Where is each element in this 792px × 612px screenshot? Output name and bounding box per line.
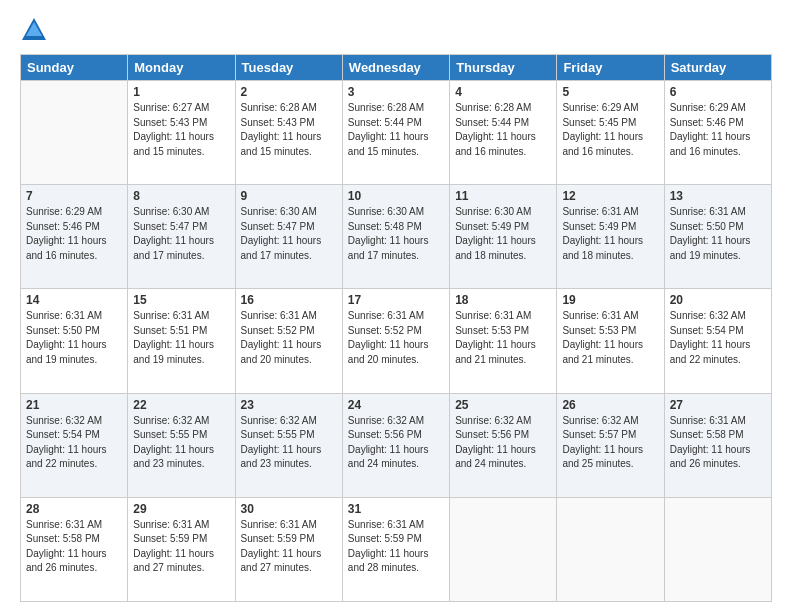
daylight-text: Daylight: 11 hours and 16 minutes. xyxy=(562,130,658,159)
daylight-text: Daylight: 11 hours and 17 minutes. xyxy=(241,234,337,263)
sunset-text: Sunset: 5:53 PM xyxy=(455,324,551,339)
sunrise-text: Sunrise: 6:31 AM xyxy=(26,309,122,324)
sunrise-text: Sunrise: 6:31 AM xyxy=(241,309,337,324)
sunset-text: Sunset: 5:58 PM xyxy=(26,532,122,547)
week-row-1: 7Sunrise: 6:29 AMSunset: 5:46 PMDaylight… xyxy=(21,185,772,289)
day-number: 27 xyxy=(670,398,766,412)
header-cell-monday: Monday xyxy=(128,55,235,81)
sunset-text: Sunset: 5:56 PM xyxy=(455,428,551,443)
sunset-text: Sunset: 5:43 PM xyxy=(133,116,229,131)
day-info: Sunrise: 6:31 AMSunset: 5:52 PMDaylight:… xyxy=(348,309,444,367)
sunrise-text: Sunrise: 6:31 AM xyxy=(348,309,444,324)
sunrise-text: Sunrise: 6:31 AM xyxy=(455,309,551,324)
header-cell-friday: Friday xyxy=(557,55,664,81)
day-number: 25 xyxy=(455,398,551,412)
daylight-text: Daylight: 11 hours and 17 minutes. xyxy=(133,234,229,263)
day-cell: 10Sunrise: 6:30 AMSunset: 5:48 PMDayligh… xyxy=(342,185,449,289)
day-number: 12 xyxy=(562,189,658,203)
sunrise-text: Sunrise: 6:28 AM xyxy=(241,101,337,116)
day-cell: 11Sunrise: 6:30 AMSunset: 5:49 PMDayligh… xyxy=(450,185,557,289)
day-number: 4 xyxy=(455,85,551,99)
day-number: 1 xyxy=(133,85,229,99)
header-cell-wednesday: Wednesday xyxy=(342,55,449,81)
daylight-text: Daylight: 11 hours and 24 minutes. xyxy=(348,443,444,472)
day-number: 5 xyxy=(562,85,658,99)
sunrise-text: Sunrise: 6:31 AM xyxy=(348,518,444,533)
week-row-3: 21Sunrise: 6:32 AMSunset: 5:54 PMDayligh… xyxy=(21,393,772,497)
day-cell: 8Sunrise: 6:30 AMSunset: 5:47 PMDaylight… xyxy=(128,185,235,289)
day-info: Sunrise: 6:32 AMSunset: 5:56 PMDaylight:… xyxy=(348,414,444,472)
header-cell-thursday: Thursday xyxy=(450,55,557,81)
sunrise-text: Sunrise: 6:31 AM xyxy=(241,518,337,533)
day-number: 14 xyxy=(26,293,122,307)
day-cell xyxy=(21,81,128,185)
day-info: Sunrise: 6:31 AMSunset: 5:59 PMDaylight:… xyxy=(241,518,337,576)
day-cell xyxy=(557,497,664,601)
daylight-text: Daylight: 11 hours and 15 minutes. xyxy=(133,130,229,159)
day-info: Sunrise: 6:30 AMSunset: 5:47 PMDaylight:… xyxy=(241,205,337,263)
sunset-text: Sunset: 5:48 PM xyxy=(348,220,444,235)
day-cell: 4Sunrise: 6:28 AMSunset: 5:44 PMDaylight… xyxy=(450,81,557,185)
sunrise-text: Sunrise: 6:30 AM xyxy=(348,205,444,220)
day-cell: 25Sunrise: 6:32 AMSunset: 5:56 PMDayligh… xyxy=(450,393,557,497)
day-number: 17 xyxy=(348,293,444,307)
sunset-text: Sunset: 5:51 PM xyxy=(133,324,229,339)
daylight-text: Daylight: 11 hours and 23 minutes. xyxy=(241,443,337,472)
sunrise-text: Sunrise: 6:32 AM xyxy=(670,309,766,324)
daylight-text: Daylight: 11 hours and 18 minutes. xyxy=(455,234,551,263)
sunrise-text: Sunrise: 6:28 AM xyxy=(455,101,551,116)
day-info: Sunrise: 6:32 AMSunset: 5:54 PMDaylight:… xyxy=(670,309,766,367)
week-row-4: 28Sunrise: 6:31 AMSunset: 5:58 PMDayligh… xyxy=(21,497,772,601)
daylight-text: Daylight: 11 hours and 19 minutes. xyxy=(26,338,122,367)
day-info: Sunrise: 6:31 AMSunset: 5:52 PMDaylight:… xyxy=(241,309,337,367)
week-row-2: 14Sunrise: 6:31 AMSunset: 5:50 PMDayligh… xyxy=(21,289,772,393)
day-number: 8 xyxy=(133,189,229,203)
day-number: 21 xyxy=(26,398,122,412)
day-number: 24 xyxy=(348,398,444,412)
day-cell: 31Sunrise: 6:31 AMSunset: 5:59 PMDayligh… xyxy=(342,497,449,601)
day-info: Sunrise: 6:31 AMSunset: 5:59 PMDaylight:… xyxy=(133,518,229,576)
daylight-text: Daylight: 11 hours and 15 minutes. xyxy=(348,130,444,159)
sunset-text: Sunset: 5:47 PM xyxy=(241,220,337,235)
daylight-text: Daylight: 11 hours and 23 minutes. xyxy=(133,443,229,472)
sunrise-text: Sunrise: 6:31 AM xyxy=(133,309,229,324)
day-number: 22 xyxy=(133,398,229,412)
day-cell xyxy=(450,497,557,601)
sunset-text: Sunset: 5:47 PM xyxy=(133,220,229,235)
sunset-text: Sunset: 5:59 PM xyxy=(133,532,229,547)
day-number: 30 xyxy=(241,502,337,516)
sunrise-text: Sunrise: 6:32 AM xyxy=(348,414,444,429)
day-cell: 12Sunrise: 6:31 AMSunset: 5:49 PMDayligh… xyxy=(557,185,664,289)
day-info: Sunrise: 6:31 AMSunset: 5:58 PMDaylight:… xyxy=(26,518,122,576)
daylight-text: Daylight: 11 hours and 24 minutes. xyxy=(455,443,551,472)
sunset-text: Sunset: 5:59 PM xyxy=(348,532,444,547)
day-cell: 29Sunrise: 6:31 AMSunset: 5:59 PMDayligh… xyxy=(128,497,235,601)
logo-icon xyxy=(20,16,48,44)
sunrise-text: Sunrise: 6:31 AM xyxy=(26,518,122,533)
day-info: Sunrise: 6:32 AMSunset: 5:57 PMDaylight:… xyxy=(562,414,658,472)
day-number: 31 xyxy=(348,502,444,516)
sunrise-text: Sunrise: 6:29 AM xyxy=(562,101,658,116)
daylight-text: Daylight: 11 hours and 27 minutes. xyxy=(241,547,337,576)
sunrise-text: Sunrise: 6:31 AM xyxy=(562,309,658,324)
sunrise-text: Sunrise: 6:27 AM xyxy=(133,101,229,116)
day-cell: 5Sunrise: 6:29 AMSunset: 5:45 PMDaylight… xyxy=(557,81,664,185)
day-number: 20 xyxy=(670,293,766,307)
logo xyxy=(20,16,52,44)
day-cell: 2Sunrise: 6:28 AMSunset: 5:43 PMDaylight… xyxy=(235,81,342,185)
daylight-text: Daylight: 11 hours and 27 minutes. xyxy=(133,547,229,576)
header xyxy=(20,16,772,44)
daylight-text: Daylight: 11 hours and 25 minutes. xyxy=(562,443,658,472)
sunrise-text: Sunrise: 6:32 AM xyxy=(562,414,658,429)
sunrise-text: Sunrise: 6:29 AM xyxy=(670,101,766,116)
day-cell: 1Sunrise: 6:27 AMSunset: 5:43 PMDaylight… xyxy=(128,81,235,185)
daylight-text: Daylight: 11 hours and 20 minutes. xyxy=(348,338,444,367)
sunset-text: Sunset: 5:44 PM xyxy=(455,116,551,131)
day-info: Sunrise: 6:27 AMSunset: 5:43 PMDaylight:… xyxy=(133,101,229,159)
day-number: 28 xyxy=(26,502,122,516)
sunrise-text: Sunrise: 6:30 AM xyxy=(133,205,229,220)
day-cell: 24Sunrise: 6:32 AMSunset: 5:56 PMDayligh… xyxy=(342,393,449,497)
sunrise-text: Sunrise: 6:29 AM xyxy=(26,205,122,220)
day-number: 16 xyxy=(241,293,337,307)
sunrise-text: Sunrise: 6:28 AM xyxy=(348,101,444,116)
